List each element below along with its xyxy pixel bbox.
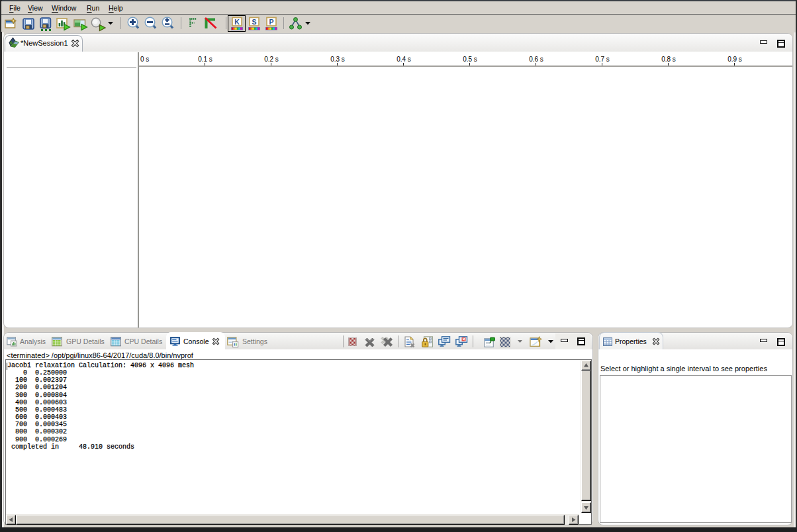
svg-text:K: K <box>234 18 240 26</box>
svg-text:S: S <box>252 18 256 26</box>
svg-text:P: P <box>269 18 273 26</box>
